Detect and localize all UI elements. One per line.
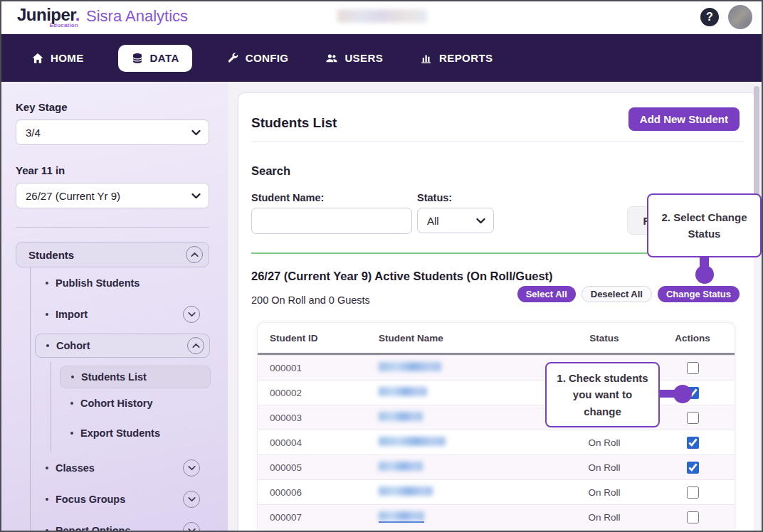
chevron-up-icon[interactable]: [187, 337, 204, 354]
home-icon: [31, 52, 44, 65]
students-children: Publish Students Import Cohort Students …: [30, 267, 209, 532]
row-checkbox[interactable]: [687, 362, 699, 374]
bullet-icon: [46, 313, 48, 316]
col-actions: Actions: [663, 333, 722, 344]
school-name-redacted: [337, 9, 427, 23]
sidebar-item-cohort[interactable]: Cohort: [35, 334, 210, 358]
wrench-icon: [226, 52, 239, 65]
cohort-heading: 26/27 (Current Year 9) Active Students (…: [251, 270, 553, 283]
bullet-icon: [46, 282, 48, 284]
col-student-id: Student ID: [270, 333, 379, 344]
sidebar: Key Stage 3/4 Year 11 in 26/27 (Current …: [1, 82, 228, 532]
table-row: 000005 On Roll: [258, 454, 735, 479]
col-student-name: Student Name: [379, 333, 546, 344]
card-divider: [251, 142, 744, 142]
app-window: Juniper. Education Sisra Analytics ? HOM…: [0, 0, 763, 532]
select-all-button[interactable]: Select All: [517, 286, 576, 302]
page-title: Students List: [251, 115, 337, 131]
chevron-down-icon: [476, 215, 485, 227]
student-name-label: Student Name:: [251, 192, 324, 203]
sidebar-item-students-list[interactable]: Students List: [60, 366, 211, 388]
student-name-redacted[interactable]: [379, 486, 433, 496]
sidebar-item-export-students[interactable]: Export Students: [60, 418, 211, 448]
year-label: Year 11 in: [16, 164, 209, 176]
student-name-link[interactable]: [379, 511, 424, 523]
table-row: 000007 On Roll: [258, 504, 735, 529]
table-row: 000006 On Roll: [258, 479, 735, 504]
search-heading: Search: [251, 164, 290, 178]
bullet-icon: [46, 467, 48, 469]
sidebar-item-import[interactable]: Import: [31, 299, 210, 330]
users-icon: [325, 52, 338, 65]
top-bar: Juniper. Education Sisra Analytics ?: [1, 1, 762, 34]
sidebar-item-focus-groups[interactable]: Focus Groups: [31, 484, 210, 515]
nav-reports[interactable]: REPORTS: [417, 45, 495, 72]
students-list-card: Students List Add New Student Search Stu…: [238, 92, 757, 532]
row-checkbox[interactable]: [687, 486, 699, 499]
student-name-redacted[interactable]: [379, 462, 423, 471]
col-status: Status: [546, 333, 663, 344]
status-select[interactable]: All: [417, 208, 494, 233]
main-nav: HOME DATA CONFIG USERS REPORTS: [1, 34, 762, 82]
key-stage-select[interactable]: 3/4: [16, 119, 209, 145]
change-status-button[interactable]: Change Status: [658, 286, 740, 302]
chevron-down-icon: [191, 127, 201, 139]
add-new-student-button[interactable]: Add New Student: [628, 107, 740, 131]
student-name-redacted[interactable]: [379, 412, 423, 421]
avatar-image-redacted: [731, 8, 749, 26]
row-checkbox[interactable]: [687, 437, 699, 449]
callout-step1: 1. Check students you want to change: [545, 362, 660, 427]
callout-step1-pointer: [673, 385, 692, 403]
bullet-icon: [46, 498, 48, 501]
bullet-icon: [46, 344, 49, 347]
sidebar-item-publish-students[interactable]: Publish Students: [31, 267, 210, 299]
nav-data[interactable]: DATA: [118, 45, 192, 72]
chevron-up-icon[interactable]: [186, 246, 203, 263]
brand-name: Juniper.: [17, 6, 80, 23]
table-row: 000001: [258, 355, 735, 380]
student-name-redacted[interactable]: [379, 387, 427, 396]
brand-logo[interactable]: Juniper. Education Sisra Analytics: [17, 6, 188, 28]
student-name-input[interactable]: [251, 208, 412, 234]
chevron-down-icon[interactable]: [183, 522, 200, 532]
deselect-all-button[interactable]: Deselect All: [582, 286, 652, 302]
callout-step2-pointer: [695, 265, 714, 284]
student-name-redacted[interactable]: [379, 437, 446, 446]
table-header: Student ID Student Name Status Actions: [258, 323, 735, 355]
student-name-redacted[interactable]: [379, 362, 441, 371]
status-label: Status:: [417, 192, 452, 203]
avatar[interactable]: [728, 5, 752, 29]
table-row: 000003: [258, 405, 735, 430]
scrollbar-track[interactable]: [754, 83, 759, 531]
chevron-down-icon[interactable]: [183, 459, 200, 477]
bar-chart-icon: [420, 52, 433, 65]
sidebar-item-cohort-history[interactable]: Cohort History: [60, 388, 211, 418]
table-row: 000004 On Roll: [258, 430, 735, 454]
sidebar-item-classes[interactable]: Classes: [31, 452, 210, 484]
help-icon[interactable]: ?: [700, 8, 719, 26]
bullet-icon: [70, 432, 73, 435]
bullet-icon: [46, 529, 48, 532]
selection-buttons: Select All Deselect All Change Status: [517, 286, 740, 302]
nav-config[interactable]: CONFIG: [223, 45, 292, 72]
row-checkbox[interactable]: [687, 462, 699, 474]
sidebar-item-report-options[interactable]: Report Options: [31, 515, 210, 532]
sidebar-divider: [16, 227, 209, 228]
callout-step2: 2. Select Change Status: [647, 193, 762, 257]
student-name-redacted: [379, 511, 424, 521]
database-icon: [131, 52, 144, 65]
nav-home[interactable]: HOME: [28, 45, 87, 72]
row-checkbox[interactable]: [687, 412, 699, 424]
brand-tagline: Education: [50, 22, 78, 28]
product-name: Sisra Analytics: [86, 6, 188, 26]
year-select[interactable]: 26/27 (Current Yr 9): [16, 183, 209, 208]
row-checkbox[interactable]: [687, 511, 699, 523]
nav-users[interactable]: USERS: [322, 45, 386, 72]
chevron-down-icon: [191, 190, 201, 202]
sidebar-item-students[interactable]: Students: [16, 242, 209, 267]
students-table: Student ID Student Name Status Actions 0…: [257, 322, 735, 529]
bullet-icon: [70, 402, 73, 405]
key-stage-label: Key Stage: [16, 101, 209, 113]
chevron-down-icon[interactable]: [183, 306, 200, 323]
chevron-down-icon[interactable]: [183, 491, 200, 508]
